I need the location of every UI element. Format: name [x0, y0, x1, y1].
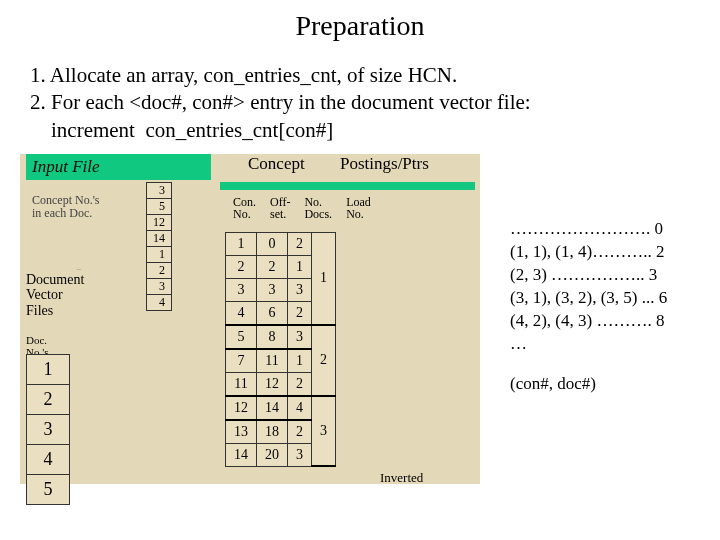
postings-header: Postings/Ptrs: [340, 154, 429, 174]
cell: 0: [257, 232, 288, 255]
column-headers: Con.No. Off-set. No.Docs. LoadNo.: [225, 194, 379, 222]
num-cell: 1: [147, 246, 172, 262]
cell: 3: [288, 325, 312, 349]
num-cell: 14: [147, 230, 172, 246]
col-docs: No.Docs.: [298, 196, 338, 220]
cell: 2: [288, 372, 312, 396]
step-2-cont: increment con_entries_cnt[con#]: [30, 117, 690, 144]
inverted-label: Inverted: [380, 470, 423, 486]
side-row: …: [510, 333, 667, 356]
cell: 6: [257, 301, 288, 325]
dv-l2: Vector: [26, 287, 63, 302]
load-cell: 2: [312, 325, 336, 396]
num-cell: 5: [147, 198, 172, 214]
cell: 1: [226, 232, 257, 255]
cell: 2: [257, 255, 288, 278]
side-row: (2, 3) …………….. 3: [510, 264, 667, 287]
side-row: (3, 1), (3, 2), (3, 5) ... 6: [510, 287, 667, 310]
input-file-sub-l1: Concept No.'s: [32, 193, 100, 207]
cell: 1: [288, 349, 312, 373]
input-file-header: Input File: [26, 154, 211, 180]
dv-l3: Files: [26, 303, 53, 318]
cell: 4: [288, 396, 312, 420]
cell: 11: [257, 349, 288, 373]
input-file-subtitle: Concept No.'s in each Doc.: [32, 194, 100, 220]
cell: 13: [226, 420, 257, 444]
cell: 4: [226, 301, 257, 325]
col-off: Off-set.: [264, 196, 296, 220]
cell: 3: [226, 278, 257, 301]
postings-table: 1021 221 333 462 5832 7111 11122 121443 …: [225, 232, 336, 468]
side-legend: (con#, doc#): [510, 374, 596, 394]
num-cell: 3: [147, 182, 172, 198]
cell: 3: [257, 278, 288, 301]
cell: 12: [257, 372, 288, 396]
input-file-numbers: 3 5 12 14 1 2 3 4: [146, 182, 172, 311]
green-divider: [220, 182, 475, 190]
cell: 3: [288, 443, 312, 466]
side-row: (4, 2), (4, 3) ………. 8: [510, 310, 667, 333]
cell: 2: [226, 255, 257, 278]
load-cell: 1: [312, 232, 336, 325]
cell: 12: [226, 396, 257, 420]
side-pairs-list: ……………………. 0 (1, 1), (1, 4)……….. 2 (2, 3)…: [510, 218, 667, 356]
cell: 7: [226, 349, 257, 373]
docnos-l1: Doc.: [26, 334, 47, 346]
doc-cell: 3: [27, 414, 70, 444]
doc-cell: 4: [27, 444, 70, 474]
cell: 14: [257, 396, 288, 420]
col-con: Con.No.: [227, 196, 262, 220]
cell: 18: [257, 420, 288, 444]
cell: 3: [288, 278, 312, 301]
concept-header: Concept: [248, 154, 305, 174]
doc-cell: 1: [27, 354, 70, 384]
num-cell: 4: [147, 294, 172, 310]
cell: 20: [257, 443, 288, 466]
page-title: Preparation: [0, 10, 720, 42]
side-row: ……………………. 0: [510, 218, 667, 241]
cell: 11: [226, 372, 257, 396]
doc-number-table: 1 2 3 4 5: [26, 354, 70, 505]
dv-l1: Document: [26, 272, 84, 287]
input-file-sub-l2: in each Doc.: [32, 206, 92, 220]
load-cell: 3: [312, 396, 336, 467]
cell: 1: [288, 255, 312, 278]
num-cell: 2: [147, 262, 172, 278]
cell: 2: [288, 420, 312, 444]
cell: 5: [226, 325, 257, 349]
cell: 2: [288, 301, 312, 325]
doc-cell: 2: [27, 384, 70, 414]
cell: 2: [288, 232, 312, 255]
diagram: 4. Determine the relations Mr clusters; …: [20, 154, 700, 504]
cell: 14: [226, 443, 257, 466]
col-load: LoadNo.: [340, 196, 377, 220]
doc-vector-label: Document Vector Files: [26, 272, 84, 318]
cell: 8: [257, 325, 288, 349]
doc-cell: 5: [27, 474, 70, 504]
input-file-panel: Input File Concept No.'s in each Doc. 3 …: [26, 154, 211, 269]
step-1: 1. Allocate an array, con_entries_cnt, o…: [30, 62, 690, 89]
steps-block: 1. Allocate an array, con_entries_cnt, o…: [30, 62, 690, 144]
num-cell: 3: [147, 278, 172, 294]
num-cell: 12: [147, 214, 172, 230]
side-row: (1, 1), (1, 4)……….. 2: [510, 241, 667, 264]
step-2: 2. For each <doc#, con#> entry in the do…: [30, 89, 690, 116]
